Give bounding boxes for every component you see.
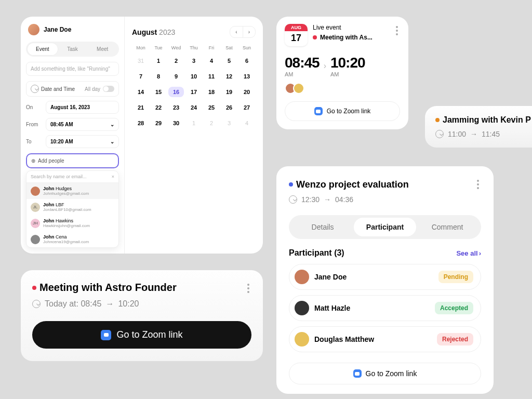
calendar-day[interactable]: 4 [238,120,256,126]
more-button[interactable] [475,178,481,191]
calendar-day[interactable]: 29 [150,120,167,126]
participant-name: Jane Doe [314,273,433,281]
wenzo-title: Wenzo project evaluation [289,178,409,191]
calendar-day[interactable]: 21 [132,104,150,111]
tab-participant[interactable]: Participant [354,218,416,236]
calendar-day[interactable]: 27 [238,104,256,111]
calendar-day[interactable]: 12 [220,73,238,79]
arrow-right-icon: → [105,299,114,309]
calendar-day[interactable]: 8 [150,73,167,79]
calendar-day[interactable]: 14 [132,89,150,95]
avatar [28,24,39,35]
arrow-right-icon: › [324,61,326,71]
next-month-button[interactable]: › [243,26,255,37]
calendar-day[interactable]: 1 [150,58,167,64]
calendar-day[interactable]: 20 [238,89,256,95]
see-all-link[interactable]: See all › [456,249,481,257]
meeting-time: Today at: 08:45 → 10:20 [32,299,251,309]
participant-name: Douglas Matthew [314,335,432,343]
person-suggestion[interactable]: JHJohn HawkinsHawkinsjohn@gmail.com [26,215,118,231]
person-add-icon: ⊕ [31,158,35,164]
dow-label: Mon [132,45,150,50]
close-icon[interactable]: × [112,174,114,179]
on-label: On [26,104,43,110]
person-suggestion[interactable]: John CenaJohncena19@gmail.com [26,231,118,247]
calendar-day[interactable]: 26 [220,104,238,111]
tab-details[interactable]: Details [291,218,354,236]
calendar-day[interactable]: 31 [132,58,150,64]
live-event-title: Meeting with As... [313,34,389,41]
person-suggestion[interactable]: John HudgesJohnhudges@gmail.com [26,183,118,199]
dow-label: Thu [185,45,203,50]
more-button[interactable] [245,282,251,295]
calendar-day[interactable]: 15 [150,89,167,95]
calendar-day[interactable]: 9 [167,73,185,79]
tab-comment[interactable]: Comment [416,218,478,236]
profile-name: Jane Doe [44,26,71,33]
tab-task[interactable]: Task [58,43,88,55]
calendar-day[interactable]: 2 [167,58,185,64]
chevron-down-icon: ⌄ [110,122,114,127]
calendar-day[interactable]: 6 [238,58,256,64]
dow-label: Sun [238,45,256,50]
create-event-panel: Jane Doe Event Task Meet Add something t… [21,17,263,254]
calendar-day[interactable]: 4 [203,58,220,64]
tab-event[interactable]: Event [28,43,58,55]
calendar-day[interactable]: 3 [185,58,203,64]
jam-card: Jamming with Kevin P 11:00 → 11:45 [425,106,532,148]
zoom-icon [101,330,111,340]
calendar-day[interactable]: 13 [238,73,256,79]
arrow-right-icon: → [324,195,331,204]
calendar-day[interactable]: 18 [203,89,220,95]
calendar-day[interactable]: 11 [203,73,220,79]
participant-row: Jane DoePending [289,264,481,290]
calendar-day[interactable]: 16 [168,87,184,97]
date-time-header: Date and Time All day [26,81,119,97]
calendar-day[interactable]: 23 [167,104,185,111]
calendar-day[interactable]: 28 [132,120,150,126]
person-suggestion[interactable]: JLJohn LBFJordanLBF10@gmail.com [26,199,118,215]
add-people-input[interactable]: ⊕ Add people [26,153,119,168]
calendar-day[interactable]: 7 [132,73,150,79]
calendar-day[interactable]: 1 [185,120,203,126]
wenzo-time: 12:30 → 04:36 [289,195,481,204]
calendar-day[interactable]: 5 [220,58,238,64]
chevron-down-icon: ⌄ [110,139,114,144]
calendar-day[interactable]: 3 [220,120,238,126]
all-day-label: All day [85,86,100,92]
calendar-day[interactable]: 24 [185,104,203,111]
wenzo-card: Wenzo project evaluation 12:30 → 04:36 D… [276,166,494,394]
avatar [295,301,309,315]
zoom-link-button[interactable]: Go to Zoom link [289,363,481,384]
tab-meet[interactable]: Meet [87,43,117,55]
all-day-toggle[interactable] [103,86,114,92]
live-event-label: Live event [313,24,389,31]
status-badge: Accepted [435,302,473,314]
date-picker[interactable]: August 16, 2023 [46,101,119,114]
to-picker[interactable]: 10:20 AM⌄ [46,135,119,148]
calendar-day[interactable]: 25 [203,104,220,111]
meeting-card: Meeting with Astro Founder Today at: 08:… [21,270,263,361]
clock-icon [435,130,444,138]
people-search[interactable]: Search by name or email... [31,174,87,179]
calendar-day[interactable]: 22 [150,104,167,111]
attendees [285,83,400,94]
calendar-day[interactable]: 19 [220,89,238,95]
calendar-day[interactable]: 17 [185,89,203,95]
event-time: 08:45AM › 10:20AM [285,55,400,77]
meeting-title: Meeting with Astro Founder [32,282,177,294]
zoom-link-button[interactable]: Go to Zoom link [32,321,251,349]
title-input[interactable]: Add something title, like "Running" [26,62,119,76]
prev-month-button[interactable]: ‹ [230,26,243,37]
calendar-day[interactable]: 10 [185,73,203,79]
from-picker[interactable]: 08:45 AM⌄ [46,118,119,131]
calendar-title: August 2023 [132,28,175,36]
avatar [295,270,309,284]
calendar-day[interactable]: 2 [203,120,220,126]
zoom-link-button[interactable]: Go to Zoom link [285,101,400,121]
participant-row: Matt HazleAccepted [289,295,481,321]
type-tabs: Event Task Meet [26,42,119,57]
jam-time: 11:00 → 11:45 [435,130,532,138]
calendar-day[interactable]: 30 [167,120,185,126]
more-button[interactable] [394,24,400,37]
